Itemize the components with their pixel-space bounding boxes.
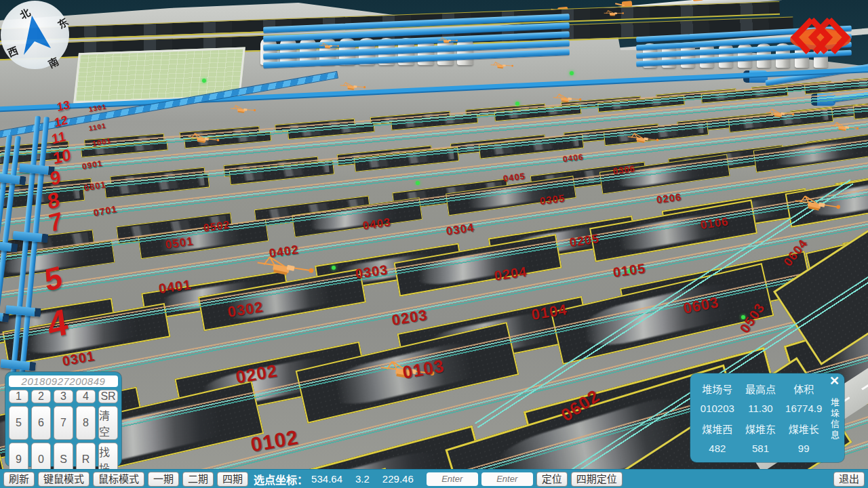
coal-yard-3d-view[interactable]: 0102020201030602020303020104060305030401…: [0, 0, 868, 488]
phase2-button[interactable]: 二期: [182, 472, 214, 487]
coord-input-2[interactable]: [481, 472, 533, 486]
highest-point-value: 11.30: [748, 403, 772, 414]
yard-no-value: 010203: [701, 403, 734, 414]
yard-no-header: 堆场号: [702, 382, 732, 396]
status-dot: [332, 266, 336, 270]
locate-button[interactable]: 定位: [536, 472, 568, 487]
keypad-button[interactable]: 8: [76, 406, 96, 440]
keypad-button[interactable]: 6: [31, 406, 51, 440]
row-number: 13: [56, 99, 71, 114]
close-icon[interactable]: ✕: [829, 375, 840, 387]
key-mouse-mode-button[interactable]: 键鼠模式: [38, 472, 90, 487]
pile-east-header: 煤堆东: [745, 422, 776, 436]
silo: [700, 43, 714, 68]
coord-input-1[interactable]: [427, 472, 478, 486]
stack-info-grid: 堆场号 最高点 体积 010203 11.30 16774.9 煤堆西 煤堆东 …: [696, 379, 825, 458]
keypad-row: 1234SR: [9, 390, 118, 403]
pile-label[interactable]: 0105: [612, 260, 646, 281]
keypad-button[interactable]: 4: [76, 390, 96, 403]
keypad-display[interactable]: 20180927200849: [9, 375, 118, 387]
ship-loader-icon: [693, 0, 704, 1]
pile-label[interactable]: 0304: [446, 221, 475, 239]
stack-info-panel: ✕ 堆垛信息 堆场号 最高点 体积 010203 11.30 16774.9 煤…: [690, 373, 844, 462]
status-dot: [570, 71, 574, 75]
coord-x-value: 534.64: [311, 473, 342, 485]
phase4-locate-button[interactable]: 四期定位: [571, 472, 623, 487]
silo: [260, 38, 277, 65]
bottom-toolbar: 刷新 键鼠模式 鼠标模式 一期 二期 四期 选点坐标： 534.64 3.2 2…: [0, 469, 868, 488]
status-dot: [202, 79, 206, 83]
keypad-button[interactable]: 2: [31, 390, 51, 403]
row-number: 10: [52, 146, 72, 167]
mouse-mode-button[interactable]: 鼠标模式: [93, 472, 144, 487]
pile-length-value: 99: [798, 443, 810, 454]
stacker-reclaimer[interactable]: [603, 9, 625, 18]
pile-label[interactable]: 0206: [656, 191, 682, 205]
volume-header: 体积: [793, 382, 814, 396]
phase1-button[interactable]: 一期: [148, 472, 179, 487]
phase4-button[interactable]: 四期: [217, 472, 248, 487]
stack-info-side-label: 堆垛信息: [828, 398, 841, 441]
keypad-button[interactable]: 5: [9, 406, 28, 440]
pile-west-value: 482: [709, 443, 726, 454]
keypad-row: 5678清空: [9, 406, 118, 440]
compass[interactable]: 北 东 西 南: [1, 1, 69, 69]
row-number: 12: [54, 114, 68, 129]
exit-button[interactable]: 退出: [833, 472, 865, 487]
pile-label[interactable]: 0403: [362, 216, 392, 233]
highest-point-header: 最高点: [745, 382, 776, 396]
pile-label[interactable]: 0701: [93, 203, 118, 218]
search-keypad-panel: 20180927200849 1234SR5678清空90SR找垛<看历史>找设…: [5, 372, 121, 466]
keypad-button[interactable]: 7: [54, 406, 73, 440]
status-dot: [416, 181, 420, 185]
pile-label[interactable]: 0402: [269, 243, 300, 261]
row-number: 11: [51, 129, 66, 146]
row-number: 9: [49, 167, 62, 189]
keypad-button[interactable]: 清空: [98, 406, 118, 440]
pile-label[interactable]: 0305: [539, 192, 566, 207]
status-dot: [515, 102, 519, 106]
pile-west-header: 煤堆西: [702, 422, 732, 436]
company-logo: [789, 16, 852, 59]
keypad-button[interactable]: SR: [98, 390, 118, 403]
coord-y-value: 3.2: [355, 473, 370, 485]
pile-east-value: 581: [752, 443, 769, 454]
keypad-button[interactable]: 1: [9, 390, 28, 403]
volume-value: 16774.9: [785, 403, 822, 414]
selected-point-coords-label: 选点坐标：: [254, 471, 308, 487]
refresh-button[interactable]: 刷新: [3, 472, 35, 487]
coord-z-value: 229.46: [382, 473, 414, 485]
keypad-button[interactable]: 3: [54, 390, 73, 403]
pile-length-header: 煤堆长: [789, 422, 819, 436]
